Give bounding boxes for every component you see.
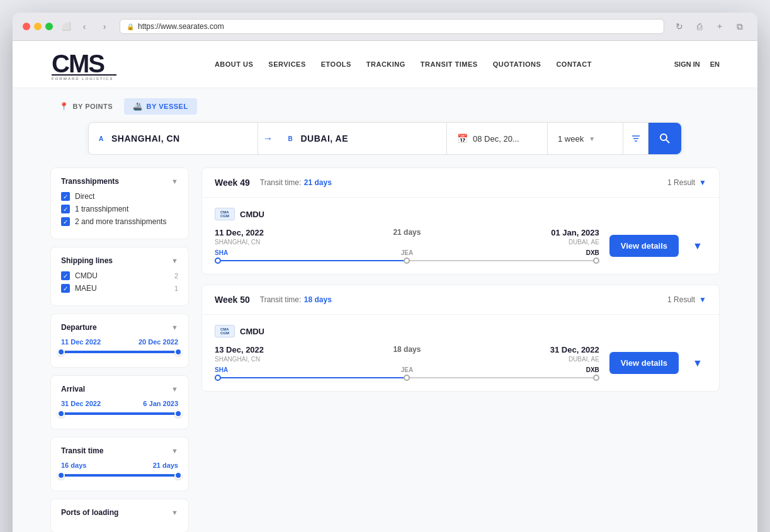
refresh-button[interactable]: ↻ [672,19,687,34]
language-selector[interactable]: EN [710,60,720,68]
filter-button[interactable] [623,123,648,154]
carrier-label-1: CMDU [240,327,264,336]
carrier-logo-0: CMACGM [215,208,235,220]
transit-thumb-right[interactable] [174,472,182,479]
arr-date-1: 31 Dec, 2022 [518,345,599,354]
week-group-49: Week 49 Transit time: 21 days 1 Result ▼… [201,167,720,274]
nav-quotations[interactable]: QUOTATIONS [493,60,541,68]
dest-value: DUBAI, AE [301,133,349,144]
week-50-expand-icon[interactable]: ▼ [699,295,706,304]
departure-thumb-left[interactable] [57,348,65,356]
nav-tracking[interactable]: TRACKING [366,60,405,68]
week-49-expand-icon[interactable]: ▼ [699,178,706,187]
search-button[interactable] [648,123,681,154]
route-dot-mid-0 [404,258,410,264]
nav-about-us[interactable]: ABOUT US [215,60,253,68]
week-selector[interactable]: 1 week ▼ [548,123,623,154]
nav-etools[interactable]: ETOOLS [321,60,351,68]
arrival-fill [61,412,178,415]
back-button[interactable]: ‹ [77,19,92,34]
shipping-lines-header[interactable]: Shipping lines ▼ [61,256,178,265]
route-visual-1 [215,375,599,381]
transit-days-1: 18 days [393,345,421,354]
shipping-lines-toggle: ▼ [171,257,178,264]
tab-strip-icon: ⬜ [60,21,72,32]
address-bar[interactable]: 🔒 https://www.searates.com [120,19,664,34]
nav-contact[interactable]: CONTACT [556,60,591,68]
arr-date-0: 01 Jan, 2023 [518,228,599,237]
transit-time-header[interactable]: Transit time ▼ [61,446,178,455]
week-49-label: Week 49 [215,178,250,188]
vessel-icon: 🚢 [133,102,143,111]
week-49-transit-label: Transit time: [260,178,302,187]
transit-track[interactable] [61,474,178,477]
origin-field[interactable]: A SHANGHAI, CN [89,123,258,154]
destination-field[interactable]: B DUBAI, AE [278,123,448,154]
checkbox-direct[interactable]: Direct [61,192,178,201]
route-dates-row-1: 13 Dec, 2022 SHANGHAI, CN 18 days 31 Dec… [215,345,599,363]
checkbox-2trans[interactable]: 2 and more transshipments [61,217,178,226]
svg-text:CMS: CMS [52,50,105,77]
logo-svg: CMS FORWARD LOGISTICS [50,48,126,80]
sign-in-button[interactable]: SIGN IN [674,60,700,68]
transit-time-range: 16 days 21 days [61,461,178,477]
route-dot-end-0 [593,258,599,264]
checkbox-direct-label: Direct [75,192,94,201]
cmdu-count: 2 [174,272,178,280]
view-details-0[interactable]: View details [609,235,679,257]
checkbox-maeu-icon [61,284,70,293]
week-value: 1 week [558,134,584,144]
minimize-button[interactable] [34,23,42,30]
view-details-1[interactable]: View details [609,352,679,374]
site-logo: CMS FORWARD LOGISTICS [50,48,126,80]
week-50-label: Week 50 [215,295,250,305]
date-value: 08 Dec, 20... [473,134,519,144]
traffic-lights [23,23,53,30]
week-50-transit-label: Transit time: [260,295,302,304]
tabs-button[interactable]: ⧉ [732,19,747,34]
carrier-logo-1: CMACGM [215,325,235,337]
filters-sidebar: Transshipments ▼ Direct 1 transshipment … [50,167,189,532]
checkbox-cmdu[interactable]: CMDU 2 [61,271,178,280]
maximize-button[interactable] [45,23,53,30]
result-item-1-0: CMACGM CMDU 13 Dec, 2022 SHANGHAI, CN [202,315,719,391]
week-50-transit-days: 18 days [304,295,332,304]
route-arrow: → [258,133,278,144]
departure-block-0: 11 Dec, 2022 SHANGHAI, CN [215,228,297,246]
departure-block-1: 13 Dec, 2022 SHANGHAI, CN [215,345,297,363]
transit-thumb-left[interactable] [57,472,65,479]
arrival-block-1: 31 Dec, 2022 DUBAI, AE [518,345,599,363]
search-tabs: 📍 BY POINTS 🚢 BY VESSEL [50,98,720,115]
tab-by-vessel[interactable]: 🚢 BY VESSEL [124,98,197,115]
arrival-max: 6 Jan 2023 [143,400,178,407]
date-field[interactable]: 📅 08 Dec, 20... [447,123,548,154]
expand-result-0[interactable]: ▼ [689,237,706,255]
tab-by-points[interactable]: 📍 BY POINTS [50,98,122,115]
transshipments-header[interactable]: Transshipments ▼ [61,177,178,186]
arrival-thumb-left[interactable] [57,410,65,417]
close-button[interactable] [23,23,30,30]
svg-text:FORWARD LOGISTICS: FORWARD LOGISTICS [52,77,113,80]
departure-track[interactable] [61,351,178,353]
checkbox-maeu[interactable]: MAEU 1 [61,284,178,293]
checkbox-1trans-label: 1 transshipment [75,205,128,213]
forward-button[interactable]: › [97,19,112,34]
carrier-row-1: CMACGM CMDU [215,325,706,337]
departure-header[interactable]: Departure ▼ [61,323,178,332]
browser-actions: ↻ ⎙ ＋ ⧉ [672,19,747,34]
route-dot-start-0 [215,258,221,264]
nav-transit-times[interactable]: TRANSIT TIMES [421,60,478,68]
arrival-thumb-right[interactable] [174,410,182,417]
share-button[interactable]: ⎙ [692,19,707,34]
nav-services[interactable]: SERVICES [268,60,305,68]
departure-thumb-right[interactable] [174,348,182,356]
expand-result-1[interactable]: ▼ [689,354,706,372]
departure-fill [61,351,178,353]
new-tab-button[interactable]: ＋ [712,19,727,34]
ports-loading-header[interactable]: Ports of loading ▼ [61,508,178,517]
week-50-result-count: 1 Result ▼ [667,295,706,304]
checkbox-1trans[interactable]: 1 transshipment [61,205,178,213]
arrival-header[interactable]: Arrival ▼ [61,385,178,393]
arrival-track[interactable] [61,412,178,415]
page-content: CMS FORWARD LOGISTICS ABOUT US SERVICES … [13,41,757,532]
